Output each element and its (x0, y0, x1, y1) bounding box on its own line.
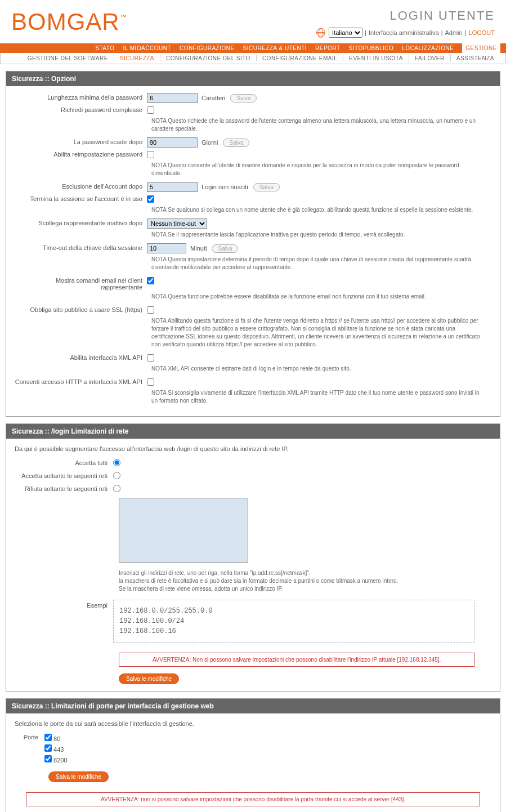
lockout-input[interactable] (147, 182, 198, 192)
min-pw-len-save[interactable]: Salva (230, 94, 257, 102)
globe-icon (316, 28, 325, 37)
terminate-checkbox[interactable] (147, 195, 154, 203)
nav-secondary-item[interactable]: CONFIGURAZIONE EMAIL (257, 55, 343, 61)
ports-intro: Seleziona le porte da cui sarà accessibi… (15, 720, 491, 727)
pw-expire-input[interactable] (147, 137, 198, 148)
nav-primary-item[interactable]: SICUREZZA & UTENTI (243, 45, 307, 51)
lockout-label: Esclusione dell'Account dopo (15, 182, 147, 190)
section-ports-header: Sicurezza :: Limitazioni di porte per in… (6, 699, 500, 713)
key-timeout-suffix: Minuti (190, 245, 207, 252)
radio-all[interactable] (113, 459, 120, 466)
key-timeout-input[interactable] (147, 243, 186, 253)
network-warning: AVVERTENZA: Non si possono salvare impos… (119, 653, 474, 667)
port-label: 443 (53, 746, 64, 753)
network-textarea[interactable] (119, 498, 248, 563)
nav-primary: STATOIL MIOACCOUNTCONFIGURAZIONESICUREZZ… (0, 43, 506, 53)
nav-primary-item[interactable]: GESTIONE (462, 43, 500, 53)
show-email-note: NOTA Questa funzione potrebbe essere dis… (151, 293, 483, 301)
terminate-note: NOTA Se qualcuno si collega con un nome … (151, 206, 483, 214)
complex-pw-label: Richiedi password complesse (15, 105, 147, 113)
pw-expire-label: La password scade dopo (15, 137, 147, 145)
nav-secondary-item[interactable]: CONFIGURAZIONE DEL SITO (160, 55, 257, 61)
force-ssl-checkbox[interactable] (147, 306, 154, 314)
radio-all-label: Accetta tutti (15, 459, 113, 466)
nav-primary-item[interactable]: REPORT (315, 45, 341, 51)
nav-secondary-item[interactable]: EVENTI IN USCITA (343, 55, 409, 61)
nav-primary-item[interactable]: STATO (95, 45, 114, 51)
pw-reset-checkbox[interactable] (147, 151, 154, 158)
nav-secondary-item[interactable]: ASSISTENZA (451, 55, 500, 61)
idle-select[interactable]: Nessun time-out (147, 218, 207, 229)
network-hint2: la maschera di rete è facoltativa e si p… (119, 577, 491, 585)
xml-api-checkbox[interactable] (147, 354, 154, 362)
port-checkbox[interactable] (44, 755, 52, 762)
force-ssl-note: NOTA Abilitando questa funzione si fa sì… (151, 317, 483, 349)
min-pw-len-suffix: Caratteri (201, 95, 225, 101)
page-title: LOGIN UTENTE (316, 8, 495, 23)
nav-secondary-item[interactable]: SICUREZZA (114, 55, 160, 61)
ports-label: Porte (15, 734, 43, 740)
port-checkbox[interactable] (44, 744, 52, 752)
network-intro: Da qui è possibile segmentare l'accesso … (15, 445, 491, 452)
lockout-save[interactable]: Salva (253, 183, 280, 191)
complex-pw-note: NOTA Questo richiede che la password del… (151, 117, 483, 133)
logo: BOMGAR™ (11, 8, 127, 35)
lockout-suffix: Login non riusciti (201, 184, 248, 190)
nav-secondary: GESTIONE DEL SOFTWARESICUREZZACONFIGURAZ… (0, 53, 506, 64)
port-checkbox[interactable] (44, 734, 52, 741)
radio-accept-label: Accetta soltanto le seguenti reti (15, 472, 113, 479)
nav-primary-item[interactable]: IL MIOACCOUNT (123, 45, 171, 51)
key-timeout-save[interactable]: Salva (212, 244, 238, 253)
force-ssl-label: Obbliga sito pubblico a usare SSL (https… (15, 305, 147, 313)
port-label: 8200 (53, 757, 67, 764)
show-email-checkbox[interactable] (147, 277, 154, 284)
complex-pw-checkbox[interactable] (147, 106, 154, 114)
language-select[interactable]: Italiano (329, 28, 362, 38)
nav-secondary-item[interactable]: GESTIONE DEL SOFTWARE (22, 55, 114, 61)
radio-accept[interactable] (113, 472, 120, 479)
min-pw-len-input[interactable] (147, 93, 198, 103)
network-save-button[interactable]: Salva le modifiche (119, 673, 179, 684)
port-label: 80 (53, 735, 60, 742)
admin-link[interactable]: Admin (445, 29, 463, 36)
nav-primary-item[interactable]: SITOPUBBLICO (349, 45, 394, 51)
xml-http-note: NOTA Si sconsiglia vivamente di utilizza… (151, 389, 483, 405)
radio-reject[interactable] (113, 485, 120, 492)
nav-secondary-item[interactable]: FAILOVER (409, 55, 451, 61)
nav-primary-item[interactable]: LOCALIZZAZIONE (402, 45, 454, 51)
pw-reset-label: Abilita reimpostazione password (15, 150, 147, 158)
idle-label: Scollega rappresentante inattivo dopo (15, 218, 147, 226)
section-network-header: Sicurezza :: /login Limitazioni di rete (6, 424, 500, 439)
examples-box: 192.168.0.0/255.255.0.0 192.168.100.0/24… (113, 600, 474, 643)
show-email-label: Mostra comandi email nel client rapprese… (15, 276, 147, 291)
logout-link[interactable]: LOGOUT (469, 29, 495, 36)
xml-http-label: Consenti accesso HTTP a interfaccia XML … (15, 377, 147, 385)
xml-api-note: NOTA XML API consente di estrarre dati d… (151, 365, 483, 373)
min-pw-len-label: Lunghezza minima della password (15, 93, 147, 101)
xml-http-checkbox[interactable] (147, 378, 154, 386)
pw-reset-note: NOTA Questo consente all'utente di inser… (151, 162, 483, 177)
terminate-label: Termina la sessione se l'account è in us… (15, 194, 147, 202)
network-hint1: Inserisci gli indirizzi di rete, uno per… (119, 569, 491, 577)
admin-interface-link[interactable]: Interfaccia amministrativa (369, 29, 439, 36)
pw-expire-suffix: Giorni (201, 139, 218, 146)
key-timeout-note: NOTA Questa impostazione determina il pe… (151, 256, 483, 271)
idle-note: NOTA Se il rappresentante lascia l'appli… (151, 231, 483, 239)
xml-api-label: Abilita interfaccia XML API (15, 353, 147, 361)
ports-save-button[interactable]: Salva le modifiche (48, 771, 109, 782)
pw-expire-save[interactable]: Salva (223, 139, 249, 147)
nav-primary-item[interactable]: CONFIGURAZIONE (180, 45, 235, 51)
ports-warning: AVVERTENZA: non si possono salvare impos… (26, 792, 480, 806)
section-options-header: Sicurezza :: Opzioni (6, 72, 500, 86)
key-timeout-label: Time-out della chiave della sessione (15, 243, 147, 251)
examples-label: Esempi (15, 600, 113, 609)
network-hint3: Se la maschera di rete viene omessa, ado… (119, 585, 491, 593)
radio-reject-label: Rifiuta soltanto le seguenti reti (15, 485, 113, 492)
